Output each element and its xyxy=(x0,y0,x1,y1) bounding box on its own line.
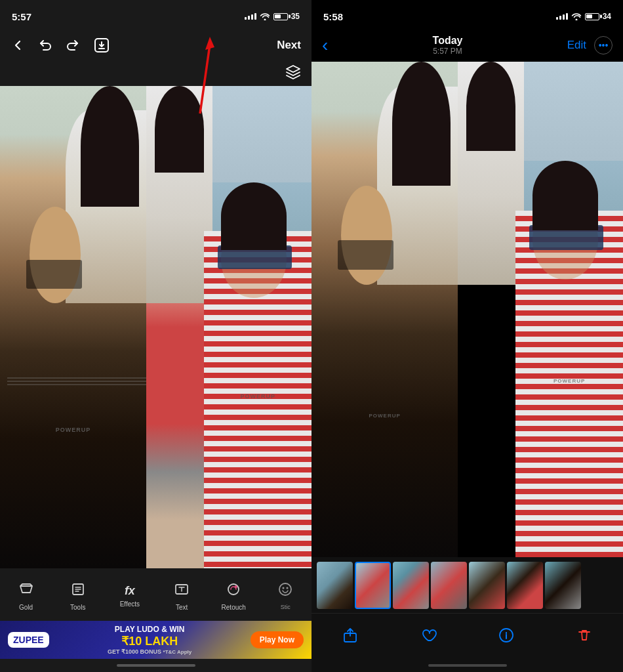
nav-title: Today xyxy=(433,35,463,47)
tool-retouch[interactable]: Retouch xyxy=(217,581,250,611)
nav-subtitle: 5:57 PM xyxy=(433,47,462,56)
right-panel: 5:58 34 ‹ Today 5:57 PM xyxy=(312,0,623,672)
toolbar-left-group xyxy=(10,37,110,54)
layers-area xyxy=(0,62,312,86)
stickers-label: Stic xyxy=(281,604,291,610)
ad-banner[interactable]: ZUPEE PLAY LUDO & WIN ₹10 LAKH GET ₹1000… xyxy=(0,621,312,659)
download-button[interactable] xyxy=(93,37,110,54)
share-button[interactable] xyxy=(342,627,359,646)
signal-icon xyxy=(245,13,256,20)
retouch-icon xyxy=(226,581,241,601)
ad-headline: PLAY LUDO & WIN xyxy=(54,625,245,634)
thumbnail-4[interactable] xyxy=(431,562,467,609)
tool-tools[interactable]: Tools xyxy=(62,581,94,611)
svg-point-9 xyxy=(287,587,289,589)
left-time: 5:57 xyxy=(12,11,31,22)
bottom-action-bar xyxy=(312,613,623,659)
back-button[interactable] xyxy=(10,38,25,52)
gold-icon xyxy=(18,581,34,601)
info-button[interactable] xyxy=(498,627,515,646)
thumbnail-7[interactable] xyxy=(545,562,581,609)
home-indicator-left xyxy=(0,659,312,672)
right-split-images: POWERUP POWERUP xyxy=(312,62,623,557)
ad-play-button[interactable]: Play Now xyxy=(251,631,304,648)
tool-effects[interactable]: fx Effects xyxy=(113,584,146,608)
tool-text[interactable]: Text xyxy=(165,581,198,611)
right-battery-level: 34 xyxy=(603,12,611,21)
edit-button[interactable]: Edit xyxy=(567,39,586,52)
thumbnail-3[interactable] xyxy=(393,562,429,609)
right-back-button[interactable]: ‹ xyxy=(322,36,328,54)
left-status-icons: 35 xyxy=(245,12,300,21)
right-battery-icon xyxy=(585,13,599,20)
gold-label: Gold xyxy=(19,604,33,611)
tool-gold[interactable]: Gold xyxy=(10,581,43,611)
home-bar-right xyxy=(428,664,507,667)
stickers-icon xyxy=(277,581,293,601)
redo-button[interactable] xyxy=(66,38,80,52)
right-signal-icon xyxy=(556,13,568,20)
svg-point-5 xyxy=(228,584,239,595)
right-image-area: POWERUP POWERUP xyxy=(312,62,623,557)
left-toolbar: Next xyxy=(0,29,312,62)
svg-point-7 xyxy=(279,583,291,595)
layers-button[interactable] xyxy=(285,64,301,83)
image-left-half: POWERUP xyxy=(0,86,146,568)
effects-label: Effects xyxy=(120,600,140,608)
svg-point-8 xyxy=(283,587,285,589)
text-icon xyxy=(174,581,190,601)
home-bar-left xyxy=(117,664,195,667)
next-button[interactable]: Next xyxy=(277,39,301,52)
left-panel: 5:57 35 xyxy=(0,0,312,672)
tool-stickers[interactable]: Stic xyxy=(269,581,302,610)
left-status-bar: 5:57 35 xyxy=(0,0,312,29)
thumbnail-2[interactable] xyxy=(355,562,391,609)
bottom-toolbar: Gold Tools fx Effects Text xyxy=(0,568,312,621)
more-icon: ••• xyxy=(599,40,609,51)
favorite-button[interactable] xyxy=(420,627,437,646)
right-nav-toolbar: ‹ Today 5:57 PM Edit ••• xyxy=(312,29,623,62)
delete-button[interactable] xyxy=(576,627,593,646)
more-button[interactable]: ••• xyxy=(594,36,613,54)
thumbnail-5[interactable] xyxy=(469,562,505,609)
right-time: 5:58 xyxy=(323,11,343,22)
tools-label: Tools xyxy=(70,604,85,611)
ad-amount: ₹10 LAKH xyxy=(54,634,245,648)
image-right-half: POWERUP xyxy=(146,86,312,568)
retouch-label: Retouch xyxy=(222,604,246,611)
right-status-icons: 34 xyxy=(556,12,611,21)
svg-point-6 xyxy=(235,585,237,588)
battery-level: 35 xyxy=(291,12,300,21)
split-image-container: POWERUP POWERUP xyxy=(0,86,312,568)
right-main-image: POWERUP POWERUP xyxy=(312,62,623,557)
right-status-bar: 5:58 34 xyxy=(312,0,623,29)
main-image-left: POWERUP POWERUP xyxy=(0,86,312,568)
battery-icon xyxy=(273,13,288,20)
ad-text: PLAY LUDO & WIN ₹10 LAKH GET ₹1000 BONUS… xyxy=(54,625,245,655)
effects-icon: fx xyxy=(125,584,135,598)
ad-logo: ZUPEE xyxy=(8,632,49,648)
ad-bonus: GET ₹1000 BONUS *T&C Apply xyxy=(54,648,245,655)
right-nav-actions: Edit ••• xyxy=(567,36,613,54)
nav-title-group: Today 5:57 PM xyxy=(433,35,463,56)
text-label: Text xyxy=(176,604,188,611)
thumbnail-1[interactable] xyxy=(317,562,353,609)
tools-icon xyxy=(70,581,86,601)
right-img-right: POWERUP xyxy=(458,62,623,557)
thumbnail-6[interactable] xyxy=(507,562,543,609)
undo-button[interactable] xyxy=(38,38,52,52)
home-indicator-right xyxy=(312,659,623,672)
right-img-left: POWERUP xyxy=(312,62,458,557)
right-wifi-icon xyxy=(571,12,582,20)
wifi-icon xyxy=(260,12,270,20)
thumbnail-strip[interactable] xyxy=(312,557,623,613)
